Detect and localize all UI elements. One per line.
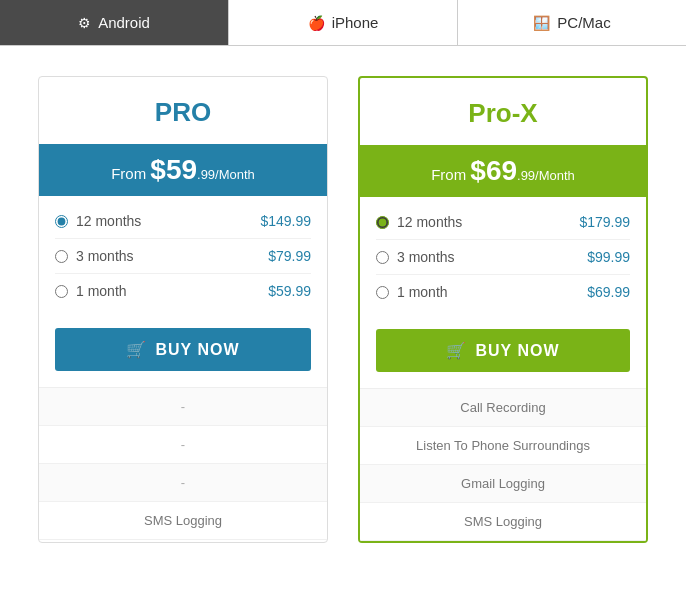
buy-label: BUY NOW xyxy=(475,342,559,360)
option-price-value: $179.99 xyxy=(579,214,630,230)
option-price-value: $99.99 xyxy=(587,249,630,265)
plan-option-3m-prox: 3 months$99.99 xyxy=(376,240,630,275)
android-icon: ⚙ xyxy=(78,15,91,31)
option-radio-12m[interactable] xyxy=(376,216,389,229)
cart-icon: 🛒 xyxy=(126,340,147,359)
option-period-label: 1 month xyxy=(76,283,127,299)
feature-row: - xyxy=(39,464,327,502)
option-label-12m[interactable]: 12 months xyxy=(55,213,141,229)
feature-text: Call Recording xyxy=(360,389,646,427)
tab-iphone[interactable]: 🍎 iPhone xyxy=(229,0,458,45)
option-label-1m[interactable]: 1 month xyxy=(376,284,448,300)
plans-container: PROFrom $59.99/Month12 months$149.993 mo… xyxy=(0,46,686,563)
tab-android-label: Android xyxy=(98,14,150,31)
tab-bar: ⚙ Android 🍎 iPhone 🪟 PC/Mac xyxy=(0,0,686,46)
option-price-value: $69.99 xyxy=(587,284,630,300)
plan-price-bar-prox: From $69.99/Month xyxy=(360,145,646,197)
option-price-value: $149.99 xyxy=(260,213,311,229)
windows-icon: 🪟 xyxy=(533,15,550,31)
option-label-3m[interactable]: 3 months xyxy=(376,249,455,265)
tab-android[interactable]: ⚙ Android xyxy=(0,0,229,45)
feature-row: - xyxy=(39,388,327,426)
tab-pcmac[interactable]: 🪟 PC/Mac xyxy=(458,0,686,45)
plan-features-pro: ---SMS Logging xyxy=(39,387,327,540)
plan-option-1m-pro: 1 month$59.99 xyxy=(55,274,311,308)
tab-iphone-label: iPhone xyxy=(332,14,379,31)
option-radio-3m[interactable] xyxy=(376,251,389,264)
price-suffix: .99/Month xyxy=(197,167,255,182)
plan-price-bar-pro: From $59.99/Month xyxy=(39,144,327,196)
plan-card-pro: PROFrom $59.99/Month12 months$149.993 mo… xyxy=(38,76,328,543)
option-radio-3m[interactable] xyxy=(55,250,68,263)
plan-features-prox: Call RecordingListen To Phone Surroundin… xyxy=(360,388,646,541)
buy-now-button-prox[interactable]: 🛒BUY NOW xyxy=(376,329,630,372)
feature-text: SMS Logging xyxy=(39,502,327,540)
option-label-3m[interactable]: 3 months xyxy=(55,248,134,264)
price-suffix: .99/Month xyxy=(517,168,575,183)
plan-card-prox: Pro-XFrom $69.99/Month12 months$179.993 … xyxy=(358,76,648,543)
apple-icon: 🍎 xyxy=(308,15,325,31)
feature-dash: - xyxy=(181,399,185,414)
plan-title-pro: PRO xyxy=(39,77,327,144)
option-period-label: 12 months xyxy=(76,213,141,229)
option-radio-1m[interactable] xyxy=(376,286,389,299)
price-from-label: From xyxy=(431,166,470,183)
option-radio-12m[interactable] xyxy=(55,215,68,228)
tab-pcmac-label: PC/Mac xyxy=(557,14,610,31)
plan-option-3m-pro: 3 months$79.99 xyxy=(55,239,311,274)
plan-option-1m-prox: 1 month$69.99 xyxy=(376,275,630,309)
price-from-label: From xyxy=(111,165,150,182)
option-period-label: 3 months xyxy=(76,248,134,264)
option-radio-1m[interactable] xyxy=(55,285,68,298)
option-price-value: $79.99 xyxy=(268,248,311,264)
feature-row: - xyxy=(39,426,327,464)
buy-label: BUY NOW xyxy=(155,341,239,359)
feature-dash: - xyxy=(181,437,185,452)
option-label-1m[interactable]: 1 month xyxy=(55,283,127,299)
feature-text: Listen To Phone Surroundings xyxy=(360,427,646,465)
plan-options-prox: 12 months$179.993 months$99.991 month$69… xyxy=(360,197,646,317)
option-price-value: $59.99 xyxy=(268,283,311,299)
option-period-label: 12 months xyxy=(397,214,462,230)
buy-now-button-pro[interactable]: 🛒BUY NOW xyxy=(55,328,311,371)
price-main: $69 xyxy=(470,155,517,186)
price-main: $59 xyxy=(150,154,197,185)
option-period-label: 1 month xyxy=(397,284,448,300)
feature-text: Gmail Logging xyxy=(360,465,646,503)
option-label-12m[interactable]: 12 months xyxy=(376,214,462,230)
feature-text: SMS Logging xyxy=(360,503,646,541)
feature-dash: - xyxy=(181,475,185,490)
plan-options-pro: 12 months$149.993 months$79.991 month$59… xyxy=(39,196,327,316)
plan-option-12m-pro: 12 months$149.99 xyxy=(55,204,311,239)
plan-title-prox: Pro-X xyxy=(360,78,646,145)
cart-icon: 🛒 xyxy=(446,341,467,360)
plan-option-12m-prox: 12 months$179.99 xyxy=(376,205,630,240)
option-period-label: 3 months xyxy=(397,249,455,265)
